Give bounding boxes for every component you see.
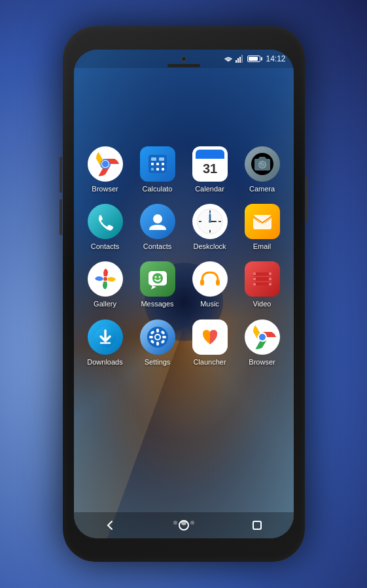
svg-point-61 [156, 335, 160, 339]
phone-screen: 14:12 Browser [74, 50, 294, 538]
app-browser-2[interactable]: Browser [236, 314, 288, 372]
app-calculator[interactable]: Calculato [131, 141, 184, 199]
signal-icon [236, 55, 243, 63]
app-label-settings: Settings [145, 358, 171, 367]
calendar-icon: 31 [194, 148, 226, 180]
video-icon [251, 267, 274, 291]
svg-rect-0 [236, 60, 237, 63]
phone-device: 14:12 Browser [63, 26, 305, 562]
svg-marker-44 [151, 286, 156, 289]
app-clauncher[interactable]: Clauncher [184, 314, 236, 372]
recents-button[interactable] [251, 519, 264, 532]
svg-rect-50 [253, 278, 256, 280]
volume-up-button[interactable] [60, 157, 62, 193]
app-label-clauncher: Clauncher [193, 358, 226, 367]
app-contacts[interactable]: Contacts [131, 199, 184, 256]
svg-point-42 [154, 276, 156, 278]
app-label-browser-2: Browser [249, 358, 275, 367]
svg-point-43 [158, 276, 160, 278]
app-grid: Browser Calcu [74, 141, 294, 372]
chrome-icon-2 [248, 323, 277, 351]
svg-rect-47 [216, 280, 220, 286]
svg-text:31: 31 [202, 161, 217, 176]
app-music[interactable]: Music [184, 256, 236, 314]
app-downloads[interactable]: Downloads [79, 314, 131, 372]
speaker-bar [167, 64, 200, 67]
svg-rect-12 [156, 163, 159, 165]
back-button[interactable] [104, 519, 117, 532]
app-video[interactable]: Video [236, 256, 288, 314]
messages-icon [146, 267, 169, 291]
svg-rect-9 [151, 157, 156, 161]
email-icon [251, 210, 274, 233]
app-browser-1[interactable]: Browser [79, 141, 131, 199]
svg-rect-13 [162, 163, 164, 165]
app-deskclock[interactable]: Deskclock [184, 199, 236, 256]
app-gallery[interactable]: Gallery [79, 256, 131, 314]
svg-rect-49 [253, 272, 256, 275]
app-settings[interactable]: Settings [131, 314, 184, 372]
svg-rect-52 [269, 272, 271, 275]
svg-rect-19 [196, 155, 224, 159]
app-label-camera: Camera [249, 185, 275, 193]
clock-icon [196, 208, 224, 235]
volume-down-button[interactable] [60, 199, 62, 235]
app-messages[interactable]: Messages [131, 256, 184, 314]
svg-point-74 [179, 521, 188, 530]
svg-rect-65 [162, 336, 166, 338]
phone-icon [95, 211, 116, 232]
speaker-area [167, 56, 200, 67]
app-label-video: Video [253, 300, 271, 308]
svg-rect-14 [151, 168, 154, 171]
svg-rect-11 [151, 163, 154, 165]
svg-rect-54 [269, 283, 271, 286]
svg-point-73 [259, 334, 266, 340]
svg-rect-15 [156, 168, 159, 171]
app-label-messages: Messages [141, 300, 173, 308]
svg-rect-16 [162, 168, 164, 171]
svg-point-7 [102, 161, 109, 167]
svg-point-41 [152, 273, 163, 284]
svg-rect-46 [200, 280, 204, 286]
battery-fill [249, 57, 258, 61]
front-camera [181, 56, 186, 61]
svg-rect-2 [239, 57, 241, 63]
app-calendar[interactable]: 31 Calendar [184, 141, 236, 199]
svg-point-39 [103, 277, 107, 281]
app-camera[interactable]: Camera [236, 141, 288, 199]
downloads-icon [94, 326, 116, 348]
svg-rect-3 [241, 55, 243, 63]
svg-rect-75 [253, 521, 261, 529]
home-button[interactable] [177, 519, 190, 532]
svg-rect-63 [156, 342, 159, 346]
settings-icon [147, 326, 169, 348]
app-label-downloads: Downloads [87, 358, 122, 367]
svg-rect-10 [159, 157, 164, 161]
app-label-browser-1: Browser [92, 185, 118, 193]
contacts-icon [147, 210, 169, 233]
app-label-music: Music [200, 300, 219, 308]
app-label-gallery: Gallery [94, 300, 116, 308]
app-label-contacts: Contacts [143, 242, 171, 251]
app-label-phone: Contacts [91, 242, 119, 251]
svg-rect-48 [253, 272, 271, 286]
app-phone[interactable]: Contacts [79, 199, 131, 256]
app-email[interactable]: Email [236, 199, 288, 256]
app-label-calendar: Calendar [195, 185, 224, 193]
music-icon [197, 266, 223, 292]
svg-rect-64 [149, 336, 153, 338]
status-icons: 14:12 [224, 54, 285, 63]
wifi-icon [224, 56, 233, 63]
svg-rect-1 [237, 58, 239, 63]
app-label-deskclock: Deskclock [193, 242, 226, 251]
app-label-calculator: Calculato [143, 185, 173, 193]
app-label-email: Email [253, 242, 271, 251]
clauncher-icon [198, 325, 222, 350]
chrome-icon-1 [91, 150, 120, 178]
svg-rect-62 [156, 329, 159, 333]
power-button[interactable] [306, 176, 308, 222]
svg-point-25 [260, 163, 262, 164]
camera-icon [251, 152, 274, 176]
svg-point-26 [153, 214, 162, 223]
svg-rect-51 [253, 283, 256, 286]
